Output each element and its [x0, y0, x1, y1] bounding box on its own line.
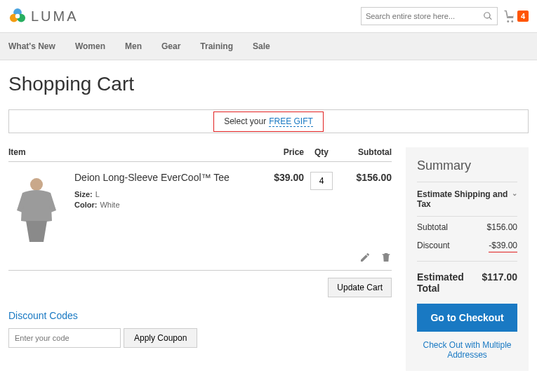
row-subtotal: $156.00: [339, 172, 392, 242]
mini-cart-button[interactable]: 4: [503, 10, 529, 22]
apply-coupon-button[interactable]: Apply Coupon: [124, 328, 197, 348]
search-box[interactable]: [361, 7, 498, 25]
svg-point-5: [30, 178, 43, 191]
nav-item-men[interactable]: Men: [125, 33, 153, 60]
logo[interactable]: LUMA: [8, 7, 79, 25]
qty-input[interactable]: [310, 172, 333, 190]
free-gift-bar: Select your FREE GIFT: [8, 109, 529, 133]
col-header-price: Price: [255, 147, 304, 157]
cart-row: Deion Long-Sleeve EverCool™ Tee Size:L C…: [8, 162, 392, 248]
svg-point-3: [15, 14, 20, 19]
nav-item-training[interactable]: Training: [200, 33, 244, 60]
remove-icon[interactable]: [380, 252, 392, 263]
free-gift-prefix: Select your: [224, 116, 266, 127]
row-price: $39.00: [255, 172, 304, 242]
col-header-item: Item: [8, 147, 255, 157]
page-title: Shopping Cart: [8, 73, 529, 95]
main-nav: What's NewWomenMenGearTrainingSale: [0, 32, 537, 60]
size-value: L: [95, 190, 100, 198]
cart-icon: [503, 10, 516, 22]
total-value: $117.00: [482, 271, 517, 294]
discount-value: -$39.00: [489, 241, 517, 252]
edit-icon[interactable]: [359, 252, 371, 263]
search-icon[interactable]: [483, 11, 493, 21]
estimate-shipping-toggle[interactable]: Estimate Shipping and Tax ⌄: [417, 182, 517, 217]
color-label: Color:: [74, 201, 97, 209]
luma-logo-icon: [8, 7, 27, 25]
search-input[interactable]: [366, 12, 483, 20]
color-value: White: [100, 201, 119, 209]
logo-text: LUMA: [31, 8, 79, 25]
multi-address-link[interactable]: Check Out with Multiple Addresses: [417, 340, 517, 360]
update-cart-button[interactable]: Update Cart: [328, 278, 392, 297]
product-name[interactable]: Deion Long-Sleeve EverCool™ Tee: [74, 172, 255, 183]
discount-codes-title[interactable]: Discount Codes: [8, 310, 392, 321]
summary-block: Summary Estimate Shipping and Tax ⌄ Subt…: [406, 147, 529, 371]
nav-item-gear[interactable]: Gear: [161, 33, 192, 60]
checkout-button[interactable]: Go to Checkout: [417, 304, 517, 332]
free-gift-link[interactable]: FREE GIFT: [269, 116, 313, 127]
subtotal-label: Subtotal: [417, 222, 448, 232]
col-header-subtotal: Subtotal: [339, 147, 392, 157]
coupon-input[interactable]: [8, 328, 121, 348]
nav-item-what-s-new[interactable]: What's New: [8, 33, 67, 60]
nav-item-sale[interactable]: Sale: [253, 33, 281, 60]
summary-title: Summary: [417, 158, 517, 173]
discount-label: Discount: [417, 241, 450, 252]
product-image[interactable]: [8, 172, 65, 242]
subtotal-value: $156.00: [487, 222, 517, 232]
chevron-down-icon: ⌄: [512, 189, 517, 209]
cart-count-badge: 4: [517, 11, 529, 22]
total-label: Estimated Total: [417, 271, 482, 294]
nav-item-women[interactable]: Women: [75, 33, 117, 60]
size-label: Size:: [74, 190, 93, 198]
col-header-qty: Qty: [304, 147, 339, 157]
